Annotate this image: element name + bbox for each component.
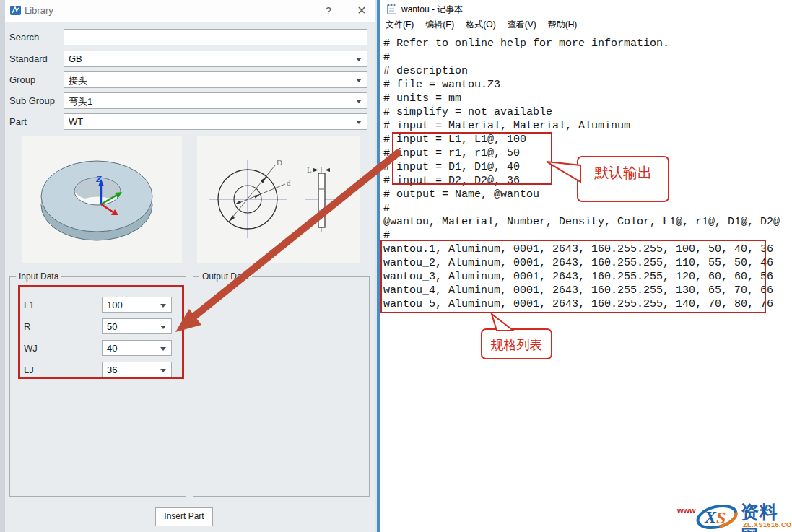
text-line: # file = wantou.Z3 <box>383 78 792 92</box>
chevron-down-icon <box>356 100 362 103</box>
group-row: Group 接头 <box>5 71 375 90</box>
search-input[interactable] <box>64 29 367 45</box>
part-3d-preview: Z <box>22 136 182 263</box>
svg-text:S: S <box>716 508 726 527</box>
text-line: @wantou, Material, Number, Density, Colo… <box>383 215 792 229</box>
group-label: Group <box>9 74 35 85</box>
watermark-www: www <box>677 506 696 515</box>
text-line: # Refer to online help for more informat… <box>383 37 792 51</box>
notepad-title: wantou - 记事本 <box>401 4 463 16</box>
watermark-logo-icon: X S <box>695 500 739 532</box>
menu-item[interactable]: 编辑(E) <box>419 17 460 32</box>
axis-z-label: Z <box>95 173 102 184</box>
group-combo[interactable]: 接头 <box>64 71 367 88</box>
close-icon[interactable]: ✕ <box>354 4 370 18</box>
dim-inner-label: d <box>287 178 291 187</box>
site-watermark: www X S 资料网 ZL.XS1616.COM <box>676 500 792 532</box>
output-data-group: Output Data <box>193 276 370 497</box>
menu-item[interactable]: 格式(O) <box>460 17 501 32</box>
standard-row: Standard GB <box>5 51 375 69</box>
chevron-down-icon <box>356 58 362 61</box>
chevron-down-icon <box>356 79 362 82</box>
part-row: Part WT <box>5 113 375 131</box>
annotation-box-input-data <box>18 285 184 379</box>
text-line: # simplify = not available <box>383 105 792 119</box>
insert-part-button[interactable]: Insert Part <box>155 507 213 526</box>
watermark-site-url: ZL.XS1616.COM <box>743 521 792 528</box>
input-data-title: Input Data <box>16 271 61 282</box>
part-combo[interactable]: WT <box>64 113 367 130</box>
text-line: # units = mm <box>383 92 792 105</box>
output-data-title: Output Data <box>199 271 252 282</box>
subgroup-label: Sub Group <box>9 95 55 106</box>
notepad-titlebar[interactable]: wantou - 记事本 <box>380 0 792 17</box>
search-row: Search <box>5 29 375 47</box>
library-titlebar[interactable]: Library ? ✕ <box>5 0 375 22</box>
svg-text:X: X <box>704 507 717 526</box>
text-line: # <box>383 51 792 64</box>
callout-default-output: 默认输出 <box>577 156 669 202</box>
dialog-title: Library <box>25 5 53 16</box>
text-line: # description <box>383 64 792 78</box>
part-label: Part <box>9 116 27 127</box>
library-dialog: Library ? ✕ Search Standard GB Group 接头 … <box>5 0 375 532</box>
subgroup-row: Sub Group 弯头1 <box>5 92 375 110</box>
callout-spec-list: 规格列表 <box>481 328 552 359</box>
menu-item[interactable]: 查看(V) <box>502 17 542 32</box>
text-line: # <box>383 201 792 215</box>
standard-combo[interactable]: GB <box>64 51 367 67</box>
search-label: Search <box>9 32 39 43</box>
menu-item[interactable]: 帮助(H) <box>542 17 583 32</box>
dim-outer-label: D <box>277 158 282 167</box>
help-icon[interactable]: ? <box>321 4 336 18</box>
annotation-box-spec-list <box>380 240 766 313</box>
standard-label: Standard <box>9 53 48 64</box>
part-2d-preview: D d L <box>197 136 360 263</box>
annotation-box-default-inputs <box>392 132 552 185</box>
library-app-icon <box>9 4 22 17</box>
chevron-down-icon <box>356 121 362 124</box>
notepad-icon <box>386 3 397 14</box>
menu-item[interactable]: 文件(F) <box>380 17 419 32</box>
dim-length-label: L <box>307 165 312 174</box>
text-line: # input = Material, Material, Aluminum <box>383 119 792 133</box>
screenshot-stage: Library ? ✕ Search Standard GB Group 接头 … <box>0 0 792 532</box>
subgroup-combo[interactable]: 弯头1 <box>64 92 367 109</box>
notepad-menubar: 文件(F)编辑(E)格式(O)查看(V)帮助(H) <box>380 17 792 32</box>
